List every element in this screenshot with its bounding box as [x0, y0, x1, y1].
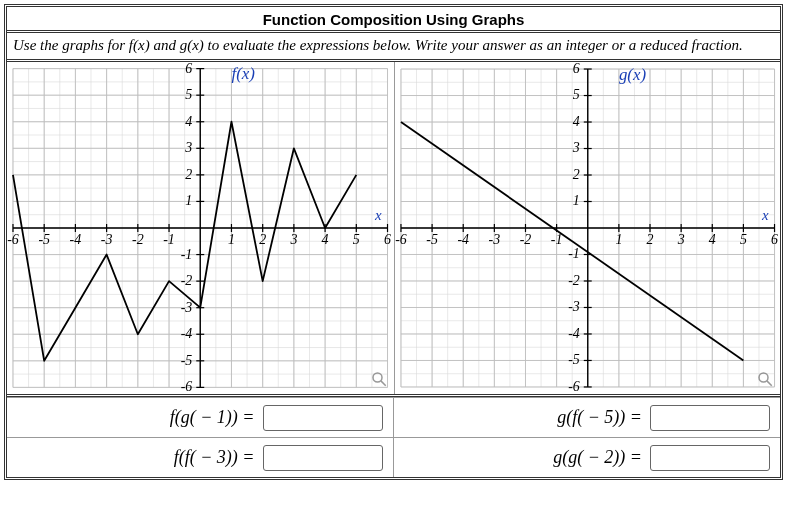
- svg-text:4: 4: [572, 114, 579, 129]
- instr-gx: g(x): [180, 37, 204, 53]
- worksheet-frame: Function Composition Using Graphs Use th…: [4, 4, 783, 480]
- svg-text:-5: -5: [38, 232, 50, 247]
- svg-text:5: 5: [353, 232, 360, 247]
- svg-text:1: 1: [572, 194, 579, 209]
- svg-text:-5: -5: [181, 353, 193, 368]
- svg-text:-1: -1: [568, 247, 580, 262]
- svg-text:-3: -3: [101, 232, 113, 247]
- svg-text:5: 5: [185, 87, 192, 102]
- page-title: Function Composition Using Graphs: [7, 7, 780, 33]
- svg-text:-1: -1: [181, 247, 193, 262]
- svg-text:-2: -2: [568, 273, 580, 288]
- svg-text:-2: -2: [132, 232, 144, 247]
- svg-text:x: x: [760, 207, 768, 223]
- instr-text-2: and: [150, 37, 180, 53]
- svg-text:-3: -3: [488, 232, 500, 247]
- svg-text:3: 3: [289, 232, 297, 247]
- graph-g: -6-5-4-3-2-1123456-6-5-4-3-2-1123456xg(x…: [394, 62, 781, 394]
- svg-text:5: 5: [739, 232, 746, 247]
- svg-point-258: [759, 373, 768, 382]
- svg-text:3: 3: [676, 232, 684, 247]
- svg-text:2: 2: [646, 232, 653, 247]
- zoom-icon[interactable]: [370, 370, 388, 388]
- svg-line-129: [380, 381, 385, 386]
- svg-text:-6: -6: [395, 232, 407, 247]
- svg-text:4: 4: [322, 232, 329, 247]
- svg-text:-4: -4: [568, 326, 580, 341]
- graphs-row: -6-5-4-3-2-1123456-6-5-4-3-2-1123456xf(x…: [7, 62, 780, 397]
- answer-cell-4: g(g( − 2)) =: [394, 437, 781, 477]
- instr-text-3: to evaluate the expressions below. Write…: [204, 37, 743, 53]
- svg-text:6: 6: [771, 232, 778, 247]
- svg-text:-5: -5: [568, 353, 580, 368]
- answer-input-4[interactable]: [650, 445, 770, 471]
- svg-text:3: 3: [571, 141, 579, 156]
- svg-text:-2: -2: [181, 273, 193, 288]
- answer-cell-1: f(g( − 1)) =: [7, 397, 394, 437]
- answer-input-3[interactable]: [263, 445, 383, 471]
- svg-text:4: 4: [708, 232, 715, 247]
- graph-f: -6-5-4-3-2-1123456-6-5-4-3-2-1123456xf(x…: [7, 62, 394, 394]
- svg-text:6: 6: [384, 232, 391, 247]
- svg-text:2: 2: [259, 232, 266, 247]
- svg-text:-4: -4: [457, 232, 469, 247]
- svg-text:2: 2: [572, 167, 579, 182]
- answers-grid: f(g( − 1)) = g(f( − 5)) = f(f( − 3)) = g…: [7, 397, 780, 477]
- expr-label-1: f(g( − 1)) =: [170, 407, 255, 428]
- svg-text:4: 4: [185, 114, 192, 129]
- svg-text:5: 5: [572, 88, 579, 103]
- svg-point-128: [373, 373, 382, 382]
- svg-text:-6: -6: [7, 232, 19, 247]
- expr-label-2: g(f( − 5)) =: [557, 407, 642, 428]
- answer-input-2[interactable]: [650, 405, 770, 431]
- svg-text:3: 3: [184, 141, 192, 156]
- svg-text:-4: -4: [181, 326, 193, 341]
- expr-label-4: g(g( − 2)) =: [553, 447, 642, 468]
- svg-text:-4: -4: [70, 232, 82, 247]
- svg-text:-1: -1: [163, 232, 175, 247]
- svg-text:1: 1: [615, 232, 622, 247]
- plot-g-svg: -6-5-4-3-2-1123456-6-5-4-3-2-1123456xg(x…: [395, 62, 781, 394]
- instr-text-1: Use the graphs for: [13, 37, 129, 53]
- svg-text:x: x: [374, 207, 382, 223]
- instr-fx: f(x): [129, 37, 150, 53]
- svg-text:1: 1: [185, 194, 192, 209]
- svg-text:-3: -3: [181, 300, 193, 315]
- svg-text:-2: -2: [519, 232, 531, 247]
- instructions: Use the graphs for f(x) and g(x) to eval…: [7, 33, 780, 62]
- answer-cell-3: f(f( − 3)) =: [7, 437, 394, 477]
- zoom-icon[interactable]: [756, 370, 774, 388]
- svg-text:-6: -6: [181, 380, 193, 395]
- svg-text:-3: -3: [568, 300, 580, 315]
- svg-text:-6: -6: [568, 379, 580, 394]
- answer-cell-2: g(f( − 5)) =: [394, 397, 781, 437]
- svg-text:6: 6: [572, 62, 579, 76]
- svg-text:2: 2: [185, 167, 192, 182]
- svg-text:6: 6: [185, 62, 192, 76]
- svg-text:-5: -5: [426, 232, 438, 247]
- svg-text:f(x): f(x): [231, 64, 255, 83]
- expr-label-3: f(f( − 3)) =: [174, 447, 255, 468]
- svg-line-259: [767, 381, 772, 386]
- plot-f-svg: -6-5-4-3-2-1123456-6-5-4-3-2-1123456xf(x…: [7, 62, 394, 394]
- answer-input-1[interactable]: [263, 405, 383, 431]
- svg-text:1: 1: [228, 232, 235, 247]
- svg-text:g(x): g(x): [618, 65, 646, 84]
